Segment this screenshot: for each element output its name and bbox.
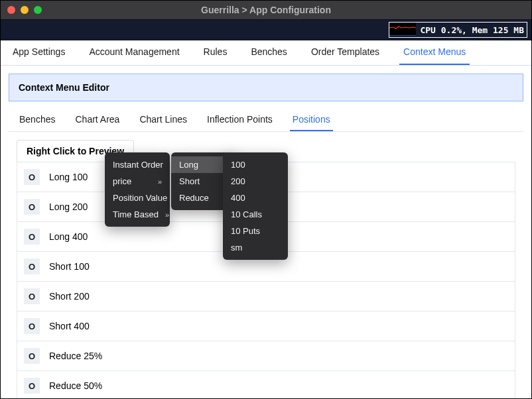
tab-context-menus[interactable]: Context Menus — [399, 46, 470, 65]
ctx-item-label: Position Value — [113, 193, 167, 203]
drag-handle-icon[interactable]: O — [24, 288, 40, 304]
ctx-item-position-value[interactable]: Position Value» — [105, 190, 170, 206]
ctx-item-label: Time Based — [113, 209, 159, 219]
list-item-label: Short 100 — [49, 261, 90, 272]
ctx-item-400[interactable]: 400 — [223, 190, 288, 206]
ctx-item-label: Reduce — [179, 193, 209, 203]
ctx-item-time-based[interactable]: Time Based» — [105, 206, 170, 223]
list-item[interactable]: OShort 400 — [17, 312, 515, 341]
chevron-right-icon: » — [158, 178, 162, 186]
drag-handle-icon[interactable]: O — [24, 348, 40, 364]
drag-handle-icon[interactable]: O — [24, 169, 40, 185]
ctx-item-label: 400 — [231, 193, 245, 203]
perf-graph-icon — [389, 23, 416, 37]
tab-app-settings[interactable]: App Settings — [9, 46, 69, 65]
list-item-label: Long 400 — [49, 231, 88, 242]
ctx-item-label: Short — [179, 176, 200, 186]
ctx-item-10-puts[interactable]: 10 Puts — [223, 223, 288, 239]
drag-handle-icon[interactable]: O — [24, 199, 40, 215]
ctx-item-instant-order[interactable]: Instant Order» — [105, 156, 170, 173]
ctx-item-100[interactable]: 100 — [223, 156, 288, 173]
sub-tabs: BenchesChart AreaChart LinesInflection P… — [9, 109, 523, 132]
drag-handle-icon[interactable]: O — [24, 229, 40, 245]
ctx-item-label: 10 Puts — [231, 226, 260, 236]
tab-rules[interactable]: Rules — [200, 46, 232, 65]
list-item[interactable]: OShort 200 — [17, 282, 515, 312]
ctx-item-price[interactable]: price» — [105, 173, 170, 190]
drag-handle-icon[interactable]: O — [24, 318, 40, 334]
list-item-label: Short 200 — [49, 291, 90, 302]
context-menu-level-3[interactable]: 10020040010 Calls10 Putssm — [223, 152, 288, 260]
minimize-icon[interactable] — [21, 6, 29, 14]
list-item-label: Long 100 — [49, 172, 88, 182]
window-controls — [7, 6, 42, 14]
main-tabs: App SettingsAccount ManagementRulesBench… — [1, 40, 531, 66]
list-item[interactable]: OReduce 50% — [17, 371, 515, 399]
drag-handle-icon[interactable]: O — [24, 378, 40, 394]
panel-header: Context Menu Editor — [9, 74, 523, 101]
subtab-inflection-points[interactable]: Inflection Points — [204, 114, 275, 131]
ctx-item-label: price — [113, 176, 131, 186]
chevron-right-icon: » — [165, 211, 169, 219]
tab-benches[interactable]: Benches — [247, 46, 291, 65]
perf-monitor[interactable]: CPU 0.2%, Mem 125 MB — [389, 22, 527, 38]
drag-handle-icon[interactable]: O — [24, 258, 40, 274]
list-item-label: Short 400 — [49, 321, 90, 331]
app-topbar: CPU 0.2%, Mem 125 MB — [1, 19, 531, 40]
ctx-item-10-calls[interactable]: 10 Calls — [223, 206, 288, 223]
titlebar: Guerrilla > App Configuration — [1, 1, 531, 19]
subtab-chart-lines[interactable]: Chart Lines — [137, 114, 190, 131]
ctx-item-label: 100 — [231, 160, 245, 170]
ctx-item-label: Instant Order — [113, 160, 163, 170]
ctx-item-label: Long — [179, 160, 198, 170]
list-item-label: Long 200 — [49, 201, 88, 212]
ctx-item-sm[interactable]: sm — [223, 239, 288, 256]
window-title: Guerrilla > App Configuration — [201, 5, 331, 15]
subtab-chart-area[interactable]: Chart Area — [72, 114, 122, 131]
ctx-item-label: 10 Calls — [231, 209, 262, 219]
ctx-item-label: 200 — [231, 176, 245, 186]
maximize-icon[interactable] — [34, 6, 42, 14]
list-item-label: Reduce 25% — [49, 351, 102, 361]
subtab-positions[interactable]: Positions — [290, 114, 333, 131]
ctx-item-label: sm — [231, 243, 242, 253]
list-item-label: Reduce 50% — [49, 380, 102, 391]
ctx-item-200[interactable]: 200 — [223, 173, 288, 190]
list-item[interactable]: OReduce 25% — [17, 341, 515, 371]
perf-stats: CPU 0.2%, Mem 125 MB — [420, 25, 524, 35]
tab-account-management[interactable]: Account Management — [85, 46, 183, 65]
subtab-benches[interactable]: Benches — [17, 114, 58, 131]
context-menu-level-1[interactable]: Instant Order»price»Position Value»Time … — [105, 152, 170, 227]
close-icon[interactable] — [7, 6, 15, 14]
tab-order-templates[interactable]: Order Templates — [307, 46, 383, 65]
